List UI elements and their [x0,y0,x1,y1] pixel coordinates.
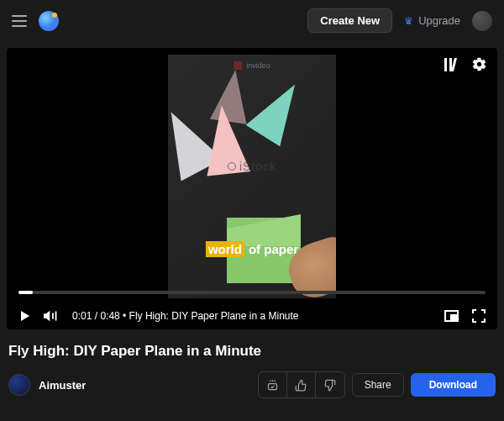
svg-rect-0 [444,58,447,71]
svg-rect-1 [449,58,452,71]
svg-rect-2 [451,58,457,71]
love-button[interactable] [259,372,287,397]
video-controls: 0:01 / 0:48 • Fly High: DIY Paper Plane … [18,309,486,323]
controls-right [444,309,486,323]
actions: Share Download [258,371,496,398]
time-info: 0:01 / 0:48 • Fly High: DIY Paper Plane … [72,310,299,322]
svg-rect-3 [52,313,54,318]
reaction-group [258,371,345,398]
video-frame[interactable]: invideo iStock worldof paper [168,55,336,298]
time-total: 0:48 [100,310,119,322]
app-header: Create New ♛ Upgrade [0,0,504,41]
author-avatar [8,374,30,396]
overlay-title: Fly High: DIY Paper Plane in a Minute [129,310,299,322]
crown-icon: ♛ [404,15,413,27]
menu-icon[interactable] [12,15,27,27]
time-current: 0:01 [72,310,92,322]
video-title: Fly High: DIY Paper Plane in a Minute [7,329,497,371]
captions-icon[interactable] [444,56,459,72]
video-caption: worldof paper [206,242,298,256]
thumbs-down-button[interactable] [316,372,344,397]
download-button[interactable]: Download [411,373,496,397]
play-icon[interactable] [18,309,32,323]
header-right: Create New ♛ Upgrade [307,8,492,33]
share-button[interactable]: Share [352,373,404,397]
paper-plane [246,74,312,146]
app-logo[interactable] [39,11,59,31]
create-new-button[interactable]: Create New [307,8,392,33]
upgrade-link[interactable]: ♛ Upgrade [404,14,460,27]
author[interactable]: Aimuster [8,374,86,396]
svg-rect-6 [451,315,456,319]
settings-icon[interactable] [471,56,487,72]
video-top-controls [444,56,487,72]
upgrade-label: Upgrade [418,14,460,27]
fullscreen-icon[interactable] [472,309,486,323]
author-name: Aimuster [39,379,86,392]
progress-bar[interactable] [18,291,486,294]
volume-icon[interactable] [44,309,60,323]
progress-fill [18,291,33,294]
watermark-top: invideo [234,61,270,70]
user-avatar[interactable] [472,11,492,31]
video-player: invideo iStock worldof paper [7,48,497,329]
caption-rest: of paper [249,242,298,256]
caption-highlight: world [206,241,244,257]
watermark-mid: iStock [228,160,276,173]
bottom-bar: Aimuster Share Download [7,371,497,398]
thumbs-up-button[interactable] [287,372,316,397]
svg-rect-4 [55,312,57,321]
header-left [12,11,59,31]
content: invideo iStock worldof paper [0,41,504,405]
controls-left: 0:01 / 0:48 • Fly High: DIY Paper Plane … [18,309,299,323]
pip-icon[interactable] [444,310,459,322]
